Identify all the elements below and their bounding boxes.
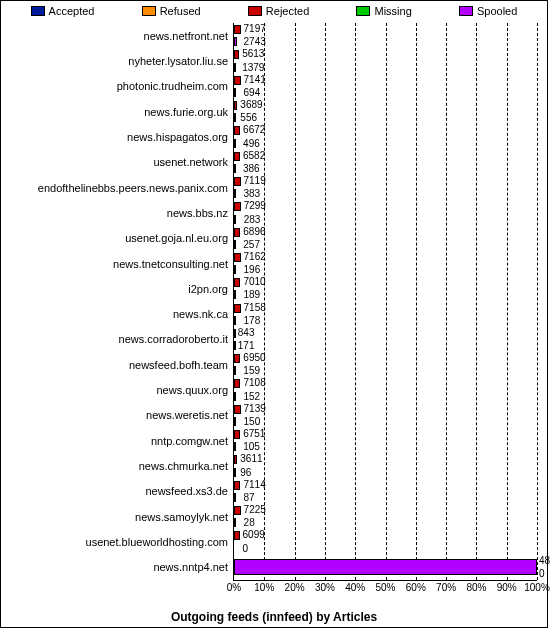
- legend-item: Refused: [142, 5, 201, 17]
- x-tick-label: 90%: [497, 582, 517, 593]
- y-axis-label: news.bbs.nz: [2, 207, 234, 219]
- bar-rejected: [234, 253, 241, 262]
- legend-swatch-missing: [356, 6, 370, 16]
- chart-row: usenet.goja.nl.eu.org6896257: [234, 226, 537, 251]
- bar-value-rejected: 7197: [244, 24, 266, 34]
- chart-row: nyheter.lysator.liu.se56131379: [234, 48, 537, 73]
- x-tick-label: 30%: [315, 582, 335, 593]
- x-tick-label: 60%: [406, 582, 426, 593]
- bar-value-spooled: 171: [238, 341, 255, 351]
- bar-value-rejected: 5613: [242, 49, 264, 59]
- bar-rejected: [234, 506, 241, 515]
- bar-value-spooled: 105: [243, 442, 260, 452]
- bar-rejected: [234, 228, 240, 237]
- bar-value-rejected: 7108: [243, 378, 265, 388]
- bar-spooled: [234, 189, 236, 198]
- chart-row: newsfeed.xs3.de711487: [234, 479, 537, 504]
- legend-label: Rejected: [266, 5, 309, 17]
- bar-value-rejected: 843: [238, 328, 255, 338]
- y-axis-label: news.furie.org.uk: [2, 106, 234, 118]
- bar-track: 722528: [234, 504, 537, 529]
- bar-track: 7162196: [234, 251, 537, 276]
- bar-track: 711487: [234, 479, 537, 504]
- bar-value-rejected: 3611: [240, 454, 262, 464]
- chart-row: usenet.blueworldhosting.com60990: [234, 529, 537, 554]
- legend-swatch-spooled: [459, 6, 473, 16]
- bar-value-spooled: 383: [244, 189, 261, 199]
- legend-item: Missing: [356, 5, 411, 17]
- bar-spooled: [234, 63, 236, 72]
- y-axis-label: news.nntp4.net: [2, 561, 234, 573]
- bar-value-rejected: 7299: [244, 201, 266, 211]
- bar-value-rejected: 7139: [244, 404, 266, 414]
- bar-track: 3689556: [234, 99, 537, 124]
- bar-rejected: [234, 531, 240, 540]
- bar-rejected: [234, 430, 240, 439]
- chart-row: news.corradoroberto.it843171: [234, 327, 537, 352]
- plot-wrap: 0%10%20%30%40%50%60%70%80%90%100%news.ne…: [233, 23, 537, 581]
- chart-row: news.nntp4.net48802030: [234, 555, 537, 580]
- y-axis-label: usenet.goja.nl.eu.org: [2, 232, 234, 244]
- y-axis-label: nyheter.lysator.liu.se: [2, 55, 234, 67]
- bar-spooled: [234, 139, 236, 148]
- bar-track: 843171: [234, 327, 537, 352]
- bar-rejected: [234, 177, 241, 186]
- bar-spooled: [234, 240, 236, 249]
- bar-rejected: [234, 76, 241, 85]
- bar-track: 6950159: [234, 352, 537, 377]
- legend-item: Spooled: [459, 5, 517, 17]
- y-axis-label: nntp.comgw.net: [2, 435, 234, 447]
- chart-row: news.hispagatos.org6672496: [234, 124, 537, 149]
- bar-spooled: [234, 518, 236, 527]
- bar-spooled: [234, 215, 236, 224]
- bar-track: 361196: [234, 453, 537, 478]
- bar-track: 7139150: [234, 403, 537, 428]
- legend-label: Accepted: [49, 5, 95, 17]
- bar-value-spooled: 496: [243, 139, 260, 149]
- bar-track: 6582386: [234, 150, 537, 175]
- y-axis-label: usenet.blueworldhosting.com: [2, 536, 234, 548]
- chart-row: news.quux.org7108152: [234, 377, 537, 402]
- chart-row: usenet.network6582386: [234, 150, 537, 175]
- bar-value-rejected: 7010: [243, 277, 265, 287]
- y-axis-label: news.nk.ca: [2, 308, 234, 320]
- legend-label: Refused: [160, 5, 201, 17]
- bar-spooled: [234, 417, 236, 426]
- bar-value-rejected: 7162: [244, 252, 266, 262]
- bar-value-rejected: 6099: [243, 530, 265, 540]
- chart-row: i2pn.org7010189: [234, 276, 537, 301]
- chart-frame: Accepted Refused Rejected Missing Spoole…: [0, 0, 548, 628]
- bar-value-rejected: 7141: [244, 75, 266, 85]
- bar-value-spooled: 4880203: [539, 556, 550, 566]
- bar-rejected: [234, 481, 240, 490]
- y-axis-label: news.chmurka.net: [2, 460, 234, 472]
- y-axis-label: news.hispagatos.org: [2, 131, 234, 143]
- x-tick-label: 100%: [524, 582, 550, 593]
- bar-track: 7141694: [234, 74, 537, 99]
- bar-spooled: [234, 265, 236, 274]
- bar-value-spooled: 694: [244, 88, 261, 98]
- legend-swatch-rejected: [248, 6, 262, 16]
- bar-value-rejected: 6672: [243, 125, 265, 135]
- bar-track: 6751105: [234, 428, 537, 453]
- bar-spooled: [234, 113, 236, 122]
- y-axis-label: i2pn.org: [2, 283, 234, 295]
- bar-track: 7158178: [234, 302, 537, 327]
- y-axis-label: news.weretis.net: [2, 409, 234, 421]
- bar-value-rejected: 7114: [243, 480, 265, 490]
- legend: Accepted Refused Rejected Missing Spoole…: [1, 1, 547, 19]
- y-axis-label: endofthelinebbs.peers.news.panix.com: [2, 182, 234, 194]
- bar-rejected: [234, 455, 237, 464]
- bar-spooled: [234, 366, 236, 375]
- y-axis-label: news.samoylyk.net: [2, 511, 234, 523]
- bar-track: 60990: [234, 529, 537, 554]
- bar-value-spooled: 556: [240, 113, 257, 123]
- y-axis-label: news.tnetconsulting.net: [2, 258, 234, 270]
- legend-swatch-refused: [142, 6, 156, 16]
- y-axis-label: news.netfront.net: [2, 30, 234, 42]
- bar-value-spooled: 2743: [244, 37, 266, 47]
- x-tick-label: 10%: [254, 582, 274, 593]
- bar-rejected: [234, 329, 236, 338]
- chart-row: news.tnetconsulting.net7162196: [234, 251, 537, 276]
- bar-track: 56131379: [234, 48, 537, 73]
